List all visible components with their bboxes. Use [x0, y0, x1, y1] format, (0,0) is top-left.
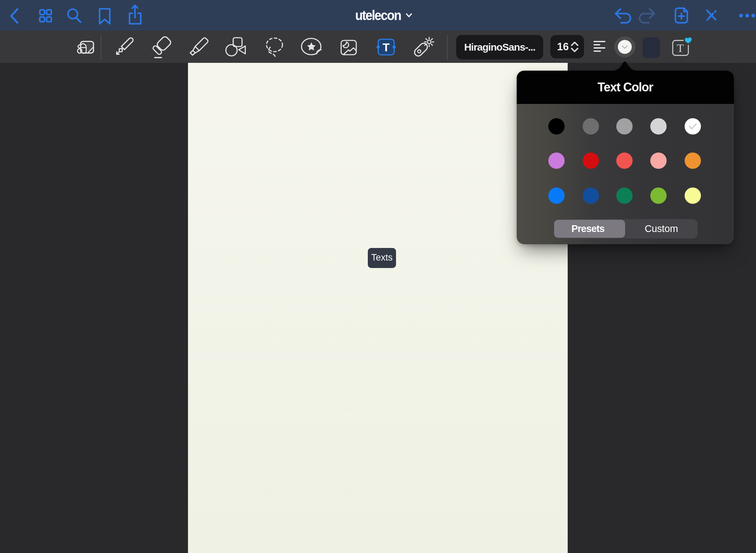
svg-text:T: T — [383, 41, 390, 54]
svg-text:T: T — [677, 42, 684, 54]
